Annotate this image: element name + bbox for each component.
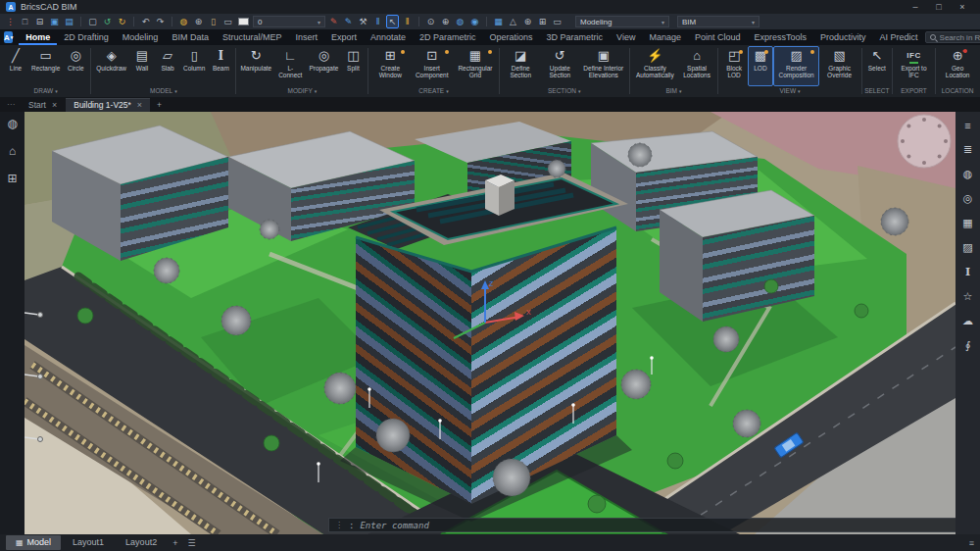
pick-cursor-icon[interactable]: ↖ (386, 15, 399, 28)
line-button[interactable]: ╱ Line (3, 46, 28, 86)
redo-icon[interactable]: ↷ (154, 15, 167, 28)
split-button[interactable]: ◫ Split (340, 46, 366, 86)
tab-bim-data[interactable]: BIM Data (165, 29, 216, 45)
close-icon[interactable]: × (52, 100, 57, 110)
tab-view[interactable]: View (610, 29, 642, 45)
new-file-icon[interactable]: □ (19, 15, 31, 28)
tab-operations[interactable]: Operations (483, 29, 540, 45)
group-label-export[interactable]: EXPORT (895, 86, 933, 97)
text-styles-icon[interactable]: I (965, 266, 970, 278)
status-settings-icon[interactable]: ≡ (969, 538, 974, 548)
render-composition-button[interactable]: ▨ Render Composition (773, 46, 819, 86)
tab-ai-predict[interactable]: AI Predict (873, 29, 925, 45)
graphic-override-button[interactable]: ▧ Graphic Override (819, 46, 859, 86)
orbit-icon[interactable]: ⊙ (424, 15, 437, 28)
media-icon[interactable]: ▭ (551, 15, 564, 28)
tab-annotate[interactable]: Annotate (364, 29, 413, 45)
lod-button[interactable]: ▩ LOD (748, 46, 773, 86)
group-label-model[interactable]: MODEL ▾ (93, 86, 233, 97)
save-icon[interactable]: ▣ (48, 15, 61, 28)
favorites-icon[interactable]: ☆ (963, 290, 973, 303)
circle-button[interactable]: ◎ Circle (63, 46, 88, 86)
sheets-icon[interactable]: ▦ (492, 15, 505, 28)
rectangle-button[interactable]: ▭ Rectangle (28, 46, 63, 86)
layout-list-icon[interactable]: ☰ (183, 538, 199, 548)
group-label-draw[interactable]: DRAW ▾ (3, 86, 88, 97)
spatial-locations-button[interactable]: ⌂ Spatial Locations (678, 46, 715, 86)
command-line[interactable]: ⋮ : Enter command ▴ (328, 518, 956, 532)
propagate-button[interactable]: ◎ Propagate (307, 46, 340, 86)
layer-print-icon[interactable]: ▭ (221, 15, 234, 28)
tab-2d-parametric[interactable]: 2D Parametric (413, 29, 483, 45)
print-preview-icon[interactable]: ▢ (86, 15, 99, 28)
command-grip-icon[interactable]: ⋮ (335, 521, 343, 529)
new-doc-tab-button[interactable]: + (151, 98, 168, 112)
export-icon[interactable]: ↻ (116, 15, 128, 28)
color-swatch[interactable] (238, 18, 249, 25)
layout1-tab[interactable]: Layout1 (63, 535, 114, 550)
wall-button[interactable]: ▤ Wall (129, 46, 155, 86)
draw-order-icon[interactable]: ✎ (327, 15, 340, 28)
layer-select[interactable]: 0 ▾ (253, 16, 325, 27)
attachments-icon[interactable]: ∮ (965, 339, 971, 352)
look-icon[interactable]: ◍ (454, 15, 466, 28)
undo-icon[interactable]: ↶ (139, 15, 152, 28)
group-label-view[interactable]: VIEW ▾ (720, 86, 859, 97)
tab-home[interactable]: Home (19, 29, 57, 45)
workspace-select[interactable]: Modeling ▾ (575, 16, 669, 27)
tab-productivity[interactable]: Productivity (813, 29, 873, 45)
l-connect-button[interactable]: ∟ L-Connect (273, 46, 307, 86)
rectangular-grid-button[interactable]: ▦ Rectangular Grid (454, 46, 496, 86)
group-label-modify[interactable]: MODIFY ▾ (238, 86, 366, 97)
group-label-section[interactable]: SECTION ▾ (502, 86, 627, 97)
layers-icon[interactable]: ≣ (963, 143, 972, 156)
panels-icon[interactable]: ⊞ (536, 15, 549, 28)
quickdraw-button[interactable]: ◈ Quickdraw (93, 46, 129, 86)
group-label-location[interactable]: LOCATION (938, 86, 977, 97)
update-section-button[interactable]: ↺ Update Section (540, 46, 580, 86)
maximize-button[interactable]: □ (927, 0, 951, 14)
classify-automatically-button[interactable]: ⚡ Classify Automatically (632, 46, 678, 86)
tab-3d-parametric[interactable]: 3D Parametric (540, 29, 611, 45)
render-presets-icon[interactable]: ▨ (962, 241, 972, 254)
group-label-create[interactable]: CREATE ▾ (370, 86, 496, 97)
app-menu-button[interactable]: A ▾ (4, 31, 13, 43)
materials-icon[interactable]: ▦ (962, 217, 972, 229)
ribbon-search[interactable] (925, 31, 980, 43)
export-to-ifc-button[interactable]: IFC Export to IFC (895, 46, 933, 86)
measure-icon[interactable]: △ (507, 15, 519, 28)
workspace-tools-icon[interactable]: ⚒ (357, 15, 369, 28)
tips-icon[interactable]: ◍ (7, 117, 17, 130)
import-icon[interactable]: ↺ (101, 15, 114, 28)
doc-tab-building1[interactable]: Building 1-V25* × (66, 98, 150, 112)
add-layout-button[interactable]: + (169, 538, 181, 548)
slab-button[interactable]: ▱ Slab (155, 46, 180, 86)
command-input[interactable]: Enter command (360, 521, 428, 530)
properties-icon[interactable]: ≡ (964, 120, 970, 131)
structure-browser-icon[interactable]: ⊞ (7, 172, 17, 185)
define-interior-elevations-button[interactable]: ▣ Define Interior Elevations (580, 46, 627, 86)
tab-2d-drafting[interactable]: 2D Drafting (57, 29, 116, 45)
columns-b-icon[interactable]: ‖ (401, 15, 414, 28)
close-button[interactable]: × (951, 0, 974, 14)
tab-structural-mep[interactable]: Structural/MEP (216, 29, 289, 45)
insert-component-button[interactable]: ⊡ Insert Component (410, 46, 454, 86)
group-label-bim[interactable]: BIM ▾ (632, 86, 715, 97)
columns-a-icon[interactable]: ‖ (371, 15, 384, 28)
beam-button[interactable]: I Beam (208, 46, 233, 86)
viewport[interactable]: X Z ⋮ : Enter command ▴ (24, 112, 956, 534)
search-input[interactable] (940, 33, 980, 42)
pan-icon[interactable]: ⊕ (439, 15, 452, 28)
layer-sun-icon[interactable]: ⊛ (192, 15, 205, 28)
define-section-button[interactable]: ◪ Define Section (502, 46, 540, 86)
annotate-pen-icon[interactable]: ✎ (342, 15, 355, 28)
tab-point-cloud[interactable]: Point Cloud (688, 29, 748, 45)
tab-expresstools[interactable]: ExpressTools (747, 29, 813, 45)
home-icon[interactable]: ⌂ (9, 144, 16, 158)
manipulate-button[interactable]: ↻ Manipulate (238, 46, 273, 86)
tab-modeling[interactable]: Modeling (116, 29, 166, 45)
tab-manage[interactable]: Manage (642, 29, 688, 45)
tab-export[interactable]: Export (324, 29, 364, 45)
settings-icon[interactable]: ⊛ (521, 15, 534, 28)
layout2-tab[interactable]: Layout2 (116, 535, 167, 550)
